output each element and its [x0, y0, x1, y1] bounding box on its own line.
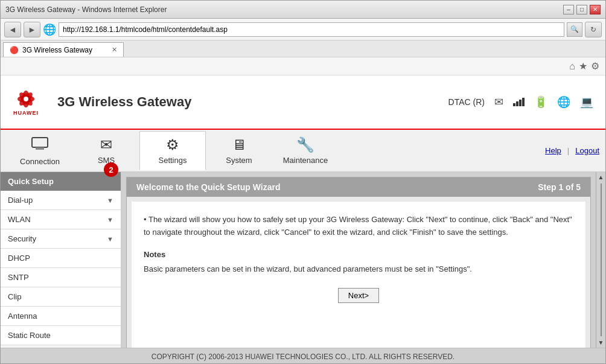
logo-text: HUAWEI	[13, 110, 39, 116]
tab-bar: 🔴 3G Wireless Gateway ✕	[1, 40, 605, 57]
tab-favicon: 🔴	[10, 46, 19, 54]
huawei-logo-svg	[13, 88, 39, 110]
display-icon: 💻	[580, 95, 593, 109]
refresh-button[interactable]: ↻	[585, 22, 602, 37]
forward-button[interactable]: ►	[24, 22, 40, 37]
svg-rect-5	[32, 138, 48, 147]
maximize-button[interactable]: □	[576, 5, 587, 14]
sidebar: Quick Setup Dial-up ▼ WLAN ▼ Security ▼ …	[1, 172, 121, 348]
sidebar-label-clip: Clip	[8, 292, 21, 301]
huawei-logo: HUAWEI	[13, 88, 39, 116]
tab-system[interactable]: 🖥 System	[206, 131, 272, 170]
notes-title: Notes	[144, 249, 573, 261]
scroll-thumb[interactable]	[601, 184, 602, 336]
notes-text: Basic parameters can be set in the wizar…	[144, 263, 573, 276]
window-title: 3G Wireless Gateway - Windows Internet E…	[5, 5, 167, 14]
back-button[interactable]: ◄	[4, 22, 21, 37]
next-button[interactable]: Next>	[338, 288, 379, 303]
notes-section: Notes Basic parameters can be set in the…	[144, 249, 573, 276]
tab-sms[interactable]: ✉ SMS 2	[73, 131, 139, 170]
wizard-description: • The wizard will show you how to safely…	[144, 214, 573, 276]
tab-maintenance-label: Maintenance	[283, 156, 328, 165]
title-bar: 3G Wireless Gateway - Windows Internet E…	[1, 1, 605, 19]
content-panel: Welcome to the Quick Setup Wizard Step 1…	[126, 177, 591, 348]
app-header: HUAWEI 3G Wireless Gateway DTAC (R) ✉ 🔋 …	[1, 75, 605, 130]
app-container: HUAWEI 3G Wireless Gateway DTAC (R) ✉ 🔋 …	[1, 75, 605, 364]
browser-toolbar: ⌂ ★ ⚙	[1, 57, 605, 75]
header-right: DTAC (R) ✉ 🔋 🌐 💻	[448, 95, 593, 109]
tab-system-label: System	[226, 156, 252, 165]
sidebar-label-sntp: SNTP	[8, 273, 29, 282]
tab-settings[interactable]: ⚙ Settings	[139, 131, 206, 170]
right-scrollbar[interactable]: ▲ ▼	[596, 172, 605, 348]
wizard-title: Welcome to the Quick Setup Wizard	[136, 182, 280, 192]
nav-divider: |	[567, 146, 569, 155]
sidebar-label-static-route: Static Route	[8, 331, 51, 340]
sidebar-item-antenna[interactable]: Antenna	[1, 307, 121, 326]
tab-connection-label: Connection	[20, 157, 60, 166]
sidebar-item-clip[interactable]: Clip	[1, 287, 121, 307]
scroll-down-arrow[interactable]: ▼	[596, 337, 605, 348]
signal-strength	[513, 98, 525, 106]
footer: COPYRIGHT (C) 2006-2013 HUAWEI TECHNOLOG…	[1, 348, 605, 364]
content-body: • The wizard will show you how to safely…	[132, 202, 585, 348]
minimize-button[interactable]: –	[563, 5, 574, 14]
browser-tab[interactable]: 🔴 3G Wireless Gateway ✕	[3, 42, 124, 57]
nav-tabs: Connection ✉ SMS 2 ⚙ Settings 🖥 System 🔧…	[1, 130, 605, 172]
sidebar-item-security[interactable]: Security ▼	[1, 229, 121, 249]
close-button[interactable]: ✕	[590, 5, 601, 14]
annotation-2: 2	[104, 162, 118, 177]
provider-text: DTAC (R)	[448, 97, 485, 107]
sidebar-label-dial-up: Dial-up	[8, 196, 33, 205]
tab-settings-label: Settings	[159, 156, 187, 165]
sidebar-item-static-route[interactable]: Static Route	[1, 326, 121, 345]
chevron-down-icon: ▼	[107, 197, 113, 204]
sidebar-header: Quick Setup	[1, 172, 121, 191]
nav-right-links: Help | Logout	[545, 146, 599, 155]
scroll-up-arrow[interactable]: ▲	[596, 172, 605, 182]
chevron-down-icon: ▼	[107, 235, 113, 243]
wizard-bullet: • The wizard will show you how to safely…	[144, 214, 573, 239]
window-controls: – □ ✕	[563, 5, 601, 14]
system-icon: 🖥	[232, 136, 246, 153]
tab-close-button[interactable]: ✕	[112, 46, 117, 54]
favorites-icon[interactable]: ★	[579, 60, 587, 72]
step-label: Step 1 of 5	[538, 182, 581, 192]
maintenance-icon: 🔧	[296, 136, 314, 153]
content-header: Welcome to the Quick Setup Wizard Step 1…	[127, 177, 590, 197]
sidebar-label-antenna: Antenna	[8, 311, 37, 321]
search-button[interactable]: 🔍	[567, 22, 582, 37]
sidebar-label-dhcp: DHCP	[8, 254, 30, 263]
sidebar-label-security: Security	[8, 234, 36, 243]
logout-link[interactable]: Logout	[575, 146, 599, 155]
mail-icon: ✉	[494, 95, 503, 109]
help-link[interactable]: Help	[545, 146, 561, 155]
tab-label: 3G Wireless Gateway	[22, 46, 92, 54]
svg-point-4	[24, 97, 28, 101]
tab-maintenance[interactable]: 🔧 Maintenance	[272, 131, 339, 170]
footer-text: COPYRIGHT (C) 2006-2013 HUAWEI TECHNOLOG…	[152, 353, 454, 361]
address-bar: ◄ ► 🌐 🔍 ↻	[1, 19, 605, 40]
content-area: Welcome to the Quick Setup Wizard Step 1…	[121, 172, 596, 348]
app-title: 3G Wireless Gateway	[57, 94, 436, 110]
globe-icon: 🌐	[557, 95, 570, 109]
home-icon[interactable]: ⌂	[569, 61, 575, 72]
next-button-area: Next>	[144, 288, 573, 303]
settings-gear-icon: ⚙	[166, 136, 179, 153]
sidebar-item-dial-up[interactable]: Dial-up ▼	[1, 191, 121, 210]
browser-icon: 🌐	[43, 23, 56, 36]
sidebar-label-wlan: WLAN	[8, 215, 31, 224]
sms-icon: ✉	[100, 136, 112, 153]
address-input[interactable]	[59, 22, 564, 37]
main-area: Quick Setup Dial-up ▼ WLAN ▼ Security ▼ …	[1, 172, 605, 348]
settings-icon[interactable]: ⚙	[591, 60, 599, 72]
chevron-down-icon: ▼	[107, 216, 113, 223]
sidebar-item-wlan[interactable]: WLAN ▼	[1, 210, 121, 229]
connection-icon	[31, 135, 49, 155]
sidebar-item-dhcp[interactable]: DHCP	[1, 249, 121, 268]
sidebar-item-sntp[interactable]: SNTP	[1, 268, 121, 287]
battery-icon: 🔋	[534, 95, 547, 109]
tab-connection[interactable]: Connection	[7, 131, 73, 170]
